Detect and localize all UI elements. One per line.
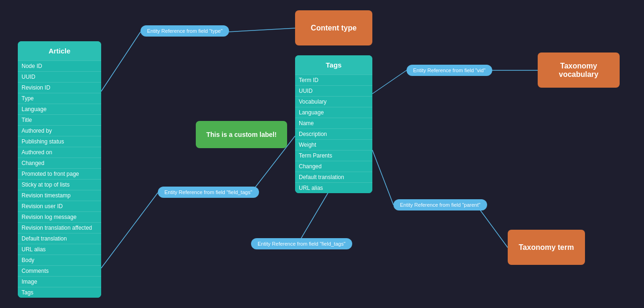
svg-line-6	[372, 150, 393, 205]
article-field-row: Promoted to front page	[18, 168, 101, 179]
custom-label-box: This is a custom label!	[196, 121, 287, 148]
article-field-row: Sticky at top of lists	[18, 179, 101, 190]
content-type-label: Content type	[311, 24, 357, 32]
tags-field-row: Changed	[295, 161, 372, 172]
content-type-box: Content type	[295, 10, 372, 45]
svg-line-1	[228, 28, 295, 32]
tags-box: Tags Term IDUUIDVocabularyLanguageNameDe…	[295, 55, 372, 193]
tags-field-row: Term Parents	[295, 150, 372, 161]
tags-field-row: Description	[295, 128, 372, 139]
article-field-row: Authored by	[18, 125, 101, 136]
taxonomy-term-box: Taxonomy term	[508, 230, 585, 265]
article-field-row: Type	[18, 93, 101, 104]
article-field-row: Authored on	[18, 147, 101, 158]
article-field-row: Default translation	[18, 233, 101, 244]
article-field-row: Revision ID	[18, 82, 101, 93]
tags-field-row: UUID	[295, 85, 372, 96]
article-field-row: Revision translation affected	[18, 222, 101, 233]
svg-line-7	[476, 205, 508, 248]
svg-line-0	[101, 32, 141, 91]
taxonomy-vocabulary-label: Taxonomy vocabulary	[538, 58, 620, 83]
article-field-row: UUID	[18, 71, 101, 82]
article-field-row: Body	[18, 255, 101, 265]
tags-field-row: Default translation	[295, 172, 372, 182]
article-field-row: Title	[18, 114, 101, 125]
svg-line-4	[372, 70, 407, 94]
pill-entity-ref-field-tags-1: Entity Reference from field "field_tags"	[158, 187, 259, 198]
svg-line-2	[101, 193, 158, 268]
article-field-row: Revision user ID	[18, 201, 101, 211]
article-field-row: Image	[18, 276, 101, 287]
tags-title: Tags	[295, 55, 372, 75]
taxonomy-vocabulary-box: Taxonomy vocabulary	[538, 53, 620, 88]
article-box: Article Node IDUUIDRevision IDTypeLangua…	[18, 41, 101, 298]
pill-entity-ref-vid: Entity Reference from field "vid"	[407, 65, 492, 76]
article-field-row: Changed	[18, 158, 101, 168]
article-field-row: URL alias	[18, 244, 101, 255]
canvas: Article Node IDUUIDRevision IDTypeLangua…	[0, 0, 644, 308]
tags-field-row: Name	[295, 118, 372, 128]
article-field-row: Tags	[18, 287, 101, 298]
article-field-row: Publishing status	[18, 136, 101, 147]
article-title: Article	[18, 41, 101, 60]
tags-field-row: Language	[295, 107, 372, 118]
tags-field-row: URL alias	[295, 182, 372, 193]
tags-field-row: Weight	[295, 139, 372, 150]
custom-label-text: This is a custom label!	[206, 131, 276, 138]
tags-field-row: Term ID	[295, 75, 372, 85]
article-field-row: Revision log message	[18, 211, 101, 222]
taxonomy-term-label: Taxonomy term	[519, 243, 574, 252]
tags-field-row: Vocabulary	[295, 96, 372, 107]
article-field-row: Comments	[18, 265, 101, 276]
article-field-row: Language	[18, 104, 101, 114]
pill-entity-ref-type: Entity Reference from field "type"	[141, 25, 229, 37]
pill-entity-ref-parent: Entity Reference from field "parent"	[393, 199, 487, 210]
article-field-row: Revision timestamp	[18, 190, 101, 201]
article-field-row: Node ID	[18, 60, 101, 71]
pill-entity-ref-field-tags-2: Entity Reference from field "field_tags"	[251, 238, 352, 249]
